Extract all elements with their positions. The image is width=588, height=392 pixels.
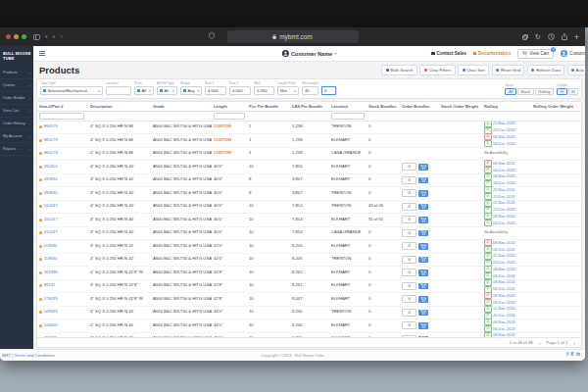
new-tab-button[interactable]: +	[574, 32, 579, 42]
forward-button[interactable]: ›	[60, 33, 63, 41]
item-number-link[interactable]: 980179	[44, 124, 58, 129]
reload-icon[interactable]: ↻	[535, 33, 541, 41]
items-option-all[interactable]: All	[505, 88, 515, 95]
parts-select[interactable]: All▾	[134, 86, 154, 95]
column-header-grade[interactable]: Grade	[151, 102, 212, 111]
rolling-date-link[interactable]: 06-Dec-2024	[493, 287, 515, 291]
rolling-date-link[interactable]: 08-Nov-2024	[493, 280, 515, 284]
rolling-date-link[interactable]: 08-Nov-2024	[493, 174, 515, 178]
rolling-date-link[interactable]: 08-Nov-2024	[493, 135, 515, 139]
item-number-link[interactable]: 980179	[44, 151, 58, 156]
rolling-date-link[interactable]: 08-Nov-2024	[493, 294, 515, 298]
item-number-link[interactable]: 178439	[44, 297, 58, 302]
rolling-date-link[interactable]: 06-Dec-2024	[493, 248, 515, 252]
close-window-button[interactable]	[6, 34, 11, 39]
sidebar-item-products[interactable]: Products›	[0, 67, 33, 79]
add-to-cart-button[interactable]	[418, 204, 428, 211]
column-header-item-part[interactable]: Item #/Part #	[37, 102, 88, 111]
view-cart-button[interactable]: View Cart 0	[517, 49, 554, 59]
item-number-link[interactable]: 108349	[44, 310, 58, 315]
column-filter-input[interactable]	[331, 113, 365, 120]
order-quantity-input[interactable]: 0	[402, 295, 416, 303]
column-header-stock-bundles[interactable]: Stock Bundles	[367, 102, 400, 111]
rolling-date-link[interactable]: 08-Nov-2024	[493, 320, 515, 324]
auto-size-button[interactable]: Auto Size	[567, 65, 585, 75]
add-to-cart-button[interactable]	[418, 164, 428, 171]
column-header-order-bundles[interactable]: Order Bundles	[400, 102, 439, 111]
item-number-link[interactable]: 180830	[44, 177, 58, 182]
add-to-cart-button[interactable]	[418, 310, 428, 317]
items-option-rolling[interactable]: Rolling	[535, 88, 554, 95]
column-header-rolling-order-weight[interactable]: Rolling Order Weight	[531, 102, 581, 111]
column-header-pcs-per-bundle[interactable]: Pcs Per Bundle	[247, 102, 290, 111]
rolling-date-link[interactable]: 08-Nov-2024	[493, 162, 515, 166]
length-option-m[interactable]: M	[568, 88, 578, 95]
order-quantity-input[interactable]: 0	[402, 216, 416, 223]
item-number-link[interactable]: 100247	[44, 204, 58, 209]
x-twitter-icon[interactable]: X	[570, 353, 573, 358]
item-number-link[interactable]: 100247	[44, 230, 58, 235]
column-header-length[interactable]: Length	[212, 102, 247, 111]
add-to-cart-button[interactable]	[418, 296, 428, 303]
location-input[interactable]	[106, 86, 131, 95]
order-quantity-input[interactable]: 0	[402, 256, 416, 264]
order-quantity-input[interactable]: 0	[402, 269, 416, 276]
terms-links[interactable]: BMT | Terms and Conditions	[0, 353, 55, 358]
next-page-button[interactable]: ›	[573, 340, 575, 346]
rolling-date-link[interactable]: 22-Nov-2024	[493, 307, 515, 311]
multi-search-button[interactable]: Multi Search	[381, 65, 417, 75]
linkedin-icon[interactable]: in	[576, 353, 580, 358]
column-header-description[interactable]: Description	[88, 102, 151, 111]
sidebar-item-my-account[interactable]: My Account›	[0, 130, 33, 143]
facebook-icon[interactable]: f	[566, 353, 568, 358]
order-quantity-input[interactable]: 0	[402, 321, 416, 329]
column-header-stock-order-weight[interactable]: Stock Order Weight	[439, 102, 482, 111]
add-to-cart-button[interactable]	[418, 283, 428, 290]
sidebar-item-order-builder[interactable]: Order Builder›	[0, 92, 33, 105]
order-quantity-input[interactable]: 0	[402, 309, 416, 317]
order-quantity-input[interactable]: 0	[402, 229, 416, 237]
item-number-link[interactable]: 119830	[44, 244, 58, 249]
size-1-input[interactable]: 4.000	[205, 86, 226, 95]
items-option-stock[interactable]: Stock	[517, 88, 534, 95]
rolling-date-link[interactable]: 20-Dec-2024	[493, 128, 515, 132]
account-menu[interactable]: Customer	[561, 50, 585, 57]
item-number-link[interactable]: 99142	[44, 283, 56, 288]
column-header-rolling[interactable]: Rolling	[482, 102, 531, 111]
rolling-date-link[interactable]: 08-Nov-2024	[493, 268, 515, 271]
rolling-date-link[interactable]: 22-Nov-2024	[493, 122, 515, 125]
column-header-lbs-per-bundle[interactable]: LBS Per Bundle	[290, 102, 329, 111]
rolling-date-link[interactable]: 06-Dec-2024	[493, 169, 515, 172]
refresh-data-button[interactable]: Refresh Data	[527, 65, 564, 75]
rolling-date-link[interactable]: 06-Dec-2024	[493, 181, 515, 185]
clear-sort-button[interactable]: Clear Sort	[458, 65, 489, 75]
item-number-link[interactable]: 181998	[44, 270, 58, 275]
column-header-location[interactable]: Location	[329, 102, 367, 111]
clear-filters-button[interactable]: Clear Filters	[419, 65, 455, 75]
rolling-date-link[interactable]: 22-Nov-2024	[493, 201, 515, 205]
previous-page-button[interactable]: ‹	[539, 340, 541, 346]
item-number-link[interactable]: 980179	[44, 138, 58, 143]
unit-select[interactable]: ft	[321, 86, 336, 95]
add-to-cart-button[interactable]	[418, 257, 428, 264]
order-quantity-input[interactable]: 0	[402, 282, 416, 290]
rolling-date-link[interactable]: 08-Nov-2024	[493, 215, 515, 219]
add-to-cart-button[interactable]	[418, 243, 428, 250]
rolling-date-link[interactable]: 20-Dec-2024	[493, 261, 515, 265]
minimize-window-button[interactable]	[14, 34, 19, 39]
rolling-date-link[interactable]: 20-Dec-2024	[493, 195, 515, 199]
item-number-link[interactable]: 180201	[44, 165, 58, 170]
customer-selector[interactable]: Customer Name ▾	[281, 50, 336, 57]
rolling-date-link[interactable]: 22-Nov-2024	[493, 188, 515, 192]
rolling-date-link[interactable]: 06-Dec-2024	[493, 274, 515, 278]
item-number-link[interactable]: 180830	[44, 191, 58, 196]
add-to-cart-button[interactable]	[418, 322, 428, 329]
contact-sales-link[interactable]: Contact Sales	[431, 51, 466, 56]
back-button[interactable]: ‹	[53, 33, 56, 41]
add-to-cart-button[interactable]	[418, 217, 428, 223]
address-bar[interactable]: mybmt.com	[227, 30, 359, 43]
documentation-link[interactable]: Documentation	[473, 51, 511, 56]
rolling-date-link[interactable]: 06-Dec-2024	[493, 221, 515, 225]
item-number-link[interactable]: 100247	[44, 218, 58, 222]
item-number-link[interactable]: 108000	[44, 323, 58, 328]
